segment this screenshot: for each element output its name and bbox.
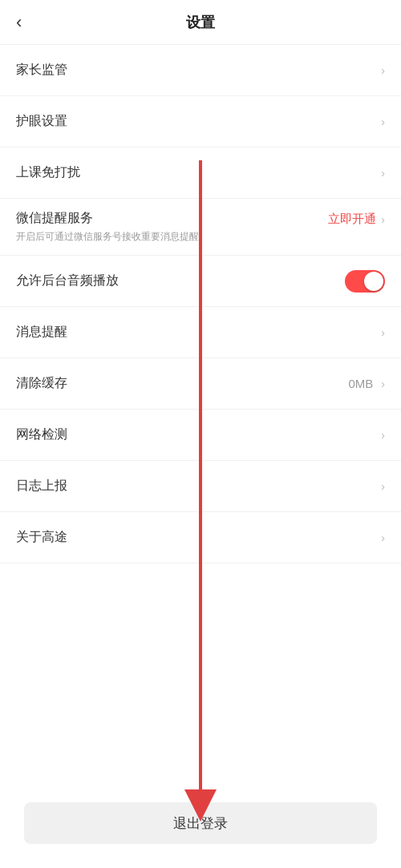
setting-item-about[interactable]: 关于高途 ›: [0, 512, 401, 563]
settings-list: 家长监管 › 护眼设置 › 上课免打扰 › 微信提醒服务 开启后可通过微信服务号…: [0, 45, 401, 563]
chevron-icon-parental-control: ›: [381, 64, 385, 77]
chevron-icon-wechat-notify: ›: [381, 213, 385, 226]
setting-right-eye-protection: ›: [381, 115, 385, 128]
setting-item-log-report[interactable]: 日志上报 ›: [0, 461, 401, 512]
setting-right-network-check: ›: [381, 429, 385, 442]
chevron-icon-message-notify: ›: [381, 326, 385, 339]
setting-right-log-report: ›: [381, 480, 385, 493]
setting-label-bg-audio: 允许后台音频播放: [16, 273, 119, 289]
page-title: 设置: [186, 13, 215, 32]
bg-audio-toggle[interactable]: [345, 270, 385, 293]
setting-item-message-notify[interactable]: 消息提醒 ›: [0, 307, 401, 358]
setting-item-parental-control[interactable]: 家长监管 ›: [0, 45, 401, 96]
wechat-notify-action[interactable]: 立即开通: [328, 212, 376, 227]
setting-right-class-dnd: ›: [381, 167, 385, 180]
setting-label-class-dnd: 上课免打扰: [16, 164, 80, 181]
setting-item-class-dnd[interactable]: 上课免打扰 ›: [0, 147, 401, 199]
setting-item-network-check[interactable]: 网络检测 ›: [0, 410, 401, 461]
setting-label-clear-cache: 清除缓存: [16, 375, 67, 392]
setting-right-message-notify: ›: [381, 326, 385, 339]
chevron-icon-about: ›: [381, 531, 385, 544]
setting-right-parental-control: ›: [381, 64, 385, 77]
header: ‹ 设置: [0, 0, 401, 45]
setting-item-clear-cache[interactable]: 清除缓存 0MB ›: [0, 358, 401, 410]
logout-button[interactable]: 退出登录: [24, 802, 377, 844]
setting-label-about: 关于高途: [16, 529, 67, 546]
setting-label-wechat-notify: 微信提醒服务 开启后可通过微信服务号接收重要消息提醒: [16, 210, 199, 244]
setting-label-log-report: 日志上报: [16, 478, 67, 495]
chevron-icon-eye-protection: ›: [381, 115, 385, 128]
setting-label-eye-protection: 护眼设置: [16, 113, 67, 130]
setting-label-parental-control: 家长监管: [16, 62, 67, 79]
setting-right-wechat-notify: 立即开通 ›: [328, 212, 385, 227]
setting-label-message-notify: 消息提醒: [16, 324, 67, 341]
setting-right-about: ›: [381, 531, 385, 544]
setting-right-bg-audio: [345, 270, 385, 293]
chevron-icon-log-report: ›: [381, 480, 385, 493]
chevron-icon-class-dnd: ›: [381, 167, 385, 180]
setting-label-network-check: 网络检测: [16, 426, 67, 443]
cache-value: 0MB: [348, 377, 373, 390]
setting-item-eye-protection[interactable]: 护眼设置 ›: [0, 96, 401, 147]
setting-item-wechat-notify[interactable]: 微信提醒服务 开启后可通过微信服务号接收重要消息提醒 立即开通 ›: [0, 199, 401, 256]
logout-area: 退出登录: [24, 802, 377, 844]
setting-item-bg-audio[interactable]: 允许后台音频播放: [0, 256, 401, 307]
chevron-icon-clear-cache: ›: [381, 377, 385, 390]
setting-right-clear-cache: 0MB ›: [348, 377, 385, 390]
back-button[interactable]: ‹: [16, 12, 22, 33]
chevron-icon-network-check: ›: [381, 429, 385, 442]
